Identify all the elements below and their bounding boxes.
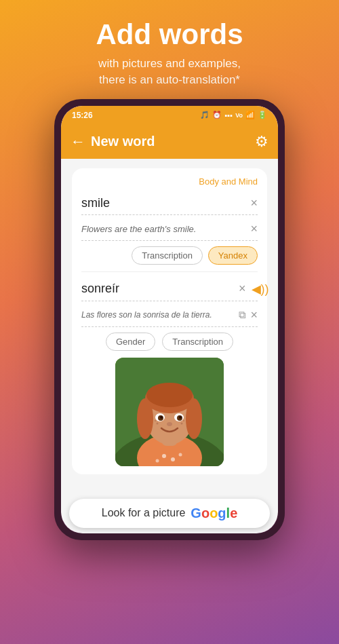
page-subtitle: with pictures and examples, there is an … [96,56,243,88]
svg-point-22 [156,459,159,462]
phone-screen: 15:26 🎵 ⏰ ▪▪▪ Vo 📶 🔋 ← New word [61,106,278,533]
phone-mockup: 15:26 🎵 ⏰ ▪▪▪ Vo 📶 🔋 ← New word [54,99,285,540]
phone-frame: 15:26 🎵 ⏰ ▪▪▪ Vo 📶 🔋 ← New word [54,99,285,540]
svg-point-15 [167,422,172,426]
svg-point-20 [162,454,166,458]
svg-point-23 [179,453,182,456]
status-bar: 15:26 🎵 ⏰ ▪▪▪ Vo 📶 🔋 [61,106,278,125]
copy-icon[interactable]: ⧉ [239,309,246,321]
search-text: Look for a picture [102,507,186,519]
status-icons: 🎵 ⏰ ▪▪▪ Vo 📶 🔋 [200,111,267,119]
speaker-icon[interactable]: ◀)) [252,282,269,297]
yandex-button[interactable]: Yandex [208,246,258,265]
clear-example-button[interactable]: × [250,222,258,236]
svg-point-8 [146,383,193,407]
category-label[interactable]: Body and Mind [81,176,258,187]
app-bar: ← New word ⚙ [61,125,278,159]
google-search-bar[interactable]: Look for a picture Google [69,499,270,528]
translation-input[interactable] [81,282,239,296]
source-buttons-row: Transcription Yandex [81,246,258,265]
translation-transcription-button[interactable]: Transcription [162,333,233,351]
main-content: Body and Mind × Flowers are the earth's … [61,159,278,493]
svg-point-6 [137,398,153,439]
transcription-button[interactable]: Transcription [132,246,203,265]
clear-word-button[interactable]: × [250,196,258,210]
svg-point-19 [183,420,184,421]
svg-point-18 [181,422,183,424]
clear-translation-example-button[interactable]: × [250,308,258,322]
example-text[interactable]: Flowers are the earth's smile. [81,224,250,234]
word-image[interactable] [115,358,224,466]
translation-buttons-row: Gender Transcription [81,333,258,351]
google-logo: Google [191,506,237,521]
svg-point-16 [157,422,159,424]
svg-point-7 [186,398,202,439]
status-time: 15:26 [72,111,93,120]
translation-section: × ◀)) Las flores son la sonrisa de la ti… [81,278,258,466]
example-field: Flowers are the earth's smile. × [81,218,258,241]
content-card: Body and Mind × Flowers are the earth's … [72,168,267,474]
gender-button[interactable]: Gender [106,333,155,351]
word-input[interactable] [81,196,250,210]
back-button[interactable]: ← [71,133,85,151]
clear-translation-button[interactable]: × [239,282,246,296]
word-field: × [81,192,258,215]
settings-icon[interactable]: ⚙ [255,133,268,151]
app-bar-left: ← New word [71,133,155,151]
translation-example-field: Las flores son la sonrisa de la tierra. … [81,304,258,327]
translation-example-actions: ⧉ × [239,308,258,322]
translation-actions: × ◀)) [239,282,269,297]
translation-word-field: × ◀)) [81,278,258,301]
svg-point-13 [160,416,163,419]
app-bar-title: New word [91,134,155,149]
svg-point-21 [171,457,175,461]
top-section: Add words with pictures and examples, th… [83,0,257,99]
svg-point-14 [179,416,182,419]
translation-example-text[interactable]: Las flores son la sonrisa de la tierra. [81,310,239,320]
divider [81,271,258,272]
person-photo [115,358,224,466]
svg-point-17 [155,420,156,421]
page-title: Add words [96,19,243,50]
